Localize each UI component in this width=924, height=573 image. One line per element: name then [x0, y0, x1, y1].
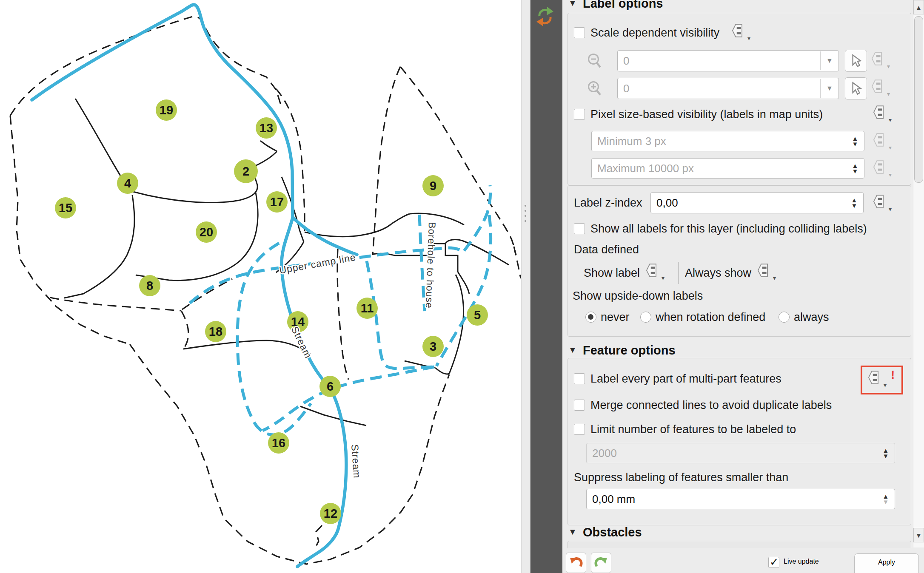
radio-always[interactable] [779, 312, 790, 323]
labeling-settings-panel: ▼ Label options Scale dependent visibili… [562, 0, 924, 573]
z-index-spinbox[interactable]: ▲ ▼ [650, 192, 864, 213]
limit-features-count-field[interactable] [587, 443, 895, 463]
scale-dependent-visibility-checkbox[interactable] [574, 27, 585, 38]
caret-down-icon: ▾ [887, 91, 890, 97]
scrollbar-thumb[interactable] [914, 16, 923, 183]
parcel-number: 15 [59, 201, 72, 215]
limit-features-label: Limit number of features to be labeled t… [590, 423, 796, 436]
check-icon: ✓ [770, 556, 779, 569]
data-defined-override-button[interactable]: ▾ [873, 160, 892, 176]
splitter-grip-dot [525, 205, 526, 207]
scrollbar-down-button[interactable]: ▼ [913, 528, 924, 542]
splitter-grip-dot [525, 220, 526, 222]
upside-down-labels-title: Show upside-down labels [573, 289, 703, 303]
set-to-canvas-scale-button[interactable] [845, 50, 867, 72]
zoom-in-icon [586, 80, 602, 97]
camp-dashed-lines [190, 185, 491, 435]
scale-dependent-visibility-label: Scale dependent visibility [590, 26, 719, 40]
section-header-obstacles: Obstacles [583, 525, 642, 539]
suppress-size-spinbox[interactable]: ▲ ▼ [586, 489, 895, 509]
data-defined-override-button[interactable]: ▾ [757, 264, 776, 280]
show-all-labels-checkbox[interactable] [574, 223, 585, 234]
warning-exclamation-icon: ! [891, 368, 895, 382]
data-defined-override-button[interactable]: ▾ [646, 264, 664, 280]
data-defined-override-button[interactable]: ▾ [873, 195, 892, 211]
parcel-number: 11 [361, 301, 374, 315]
spin-down-icon: ▼ [883, 453, 889, 459]
radio-when-rotation-defined[interactable] [640, 312, 651, 323]
set-to-canvas-scale-button[interactable] [845, 77, 867, 99]
collapse-icon-feature-options[interactable]: ▼ [568, 345, 577, 355]
apply-button-label: Apply [855, 559, 918, 566]
line-label: Upper camp line [278, 252, 356, 276]
combo-dropdown-zone[interactable]: ▼ [820, 51, 838, 70]
spinner-buttons[interactable]: ▲ ▼ [848, 159, 862, 178]
qgis-labeling-window: 191324171520981114185361612 Upper camp l… [0, 0, 924, 573]
maximum-pixel-size-input[interactable]: ▲ ▼ [591, 158, 864, 179]
z-index-field[interactable] [651, 193, 863, 213]
redo-button[interactable] [591, 553, 611, 573]
combo-down-icon: ▼ [826, 85, 833, 92]
spin-down-icon: ▼ [852, 168, 858, 174]
map-canvas[interactable]: 191324171520981114185361612 Upper camp l… [0, 0, 521, 573]
radio-always-label: always [794, 311, 829, 324]
pixel-size-visibility-checkbox[interactable] [574, 109, 585, 120]
scrollbar-up-button[interactable]: ▲ [913, 0, 924, 14]
data-defined-override-button[interactable]: ▾ [868, 371, 887, 387]
data-defined-override-button[interactable]: ▾ [871, 52, 890, 68]
data-defined-override-button[interactable]: ▾ [873, 133, 892, 149]
panel-splitter[interactable] [521, 0, 530, 573]
line-name-labels: Upper camp lineBorehole to houseStreamSt… [278, 222, 438, 479]
parcel-number: 2 [242, 165, 249, 178]
radio-never[interactable] [585, 312, 596, 323]
parcel-number: 19 [160, 103, 173, 117]
data-defined-override-button[interactable]: ▾ [732, 24, 750, 40]
auto-apply-icon[interactable] [534, 5, 556, 28]
suppress-size-field[interactable] [587, 489, 895, 509]
caret-down-icon: ▾ [889, 144, 892, 151]
combo-dropdown-zone[interactable]: ▼ [820, 79, 838, 98]
caret-down-icon: ▾ [884, 382, 887, 389]
minimum-pixel-size-input[interactable]: ▲ ▼ [591, 131, 864, 151]
caret-down-icon: ▾ [662, 275, 664, 281]
stream-solid-lines [32, 5, 357, 567]
collapse-icon-obstacles[interactable]: ▼ [568, 527, 577, 537]
spinner-buttons[interactable]: ▲ ▼ [878, 443, 893, 463]
collapse-icon-label-options[interactable]: ▼ [568, 0, 577, 8]
data-defined-override-button[interactable]: ▾ [873, 105, 892, 122]
label-every-part-label: Label every part of multi-part features [590, 372, 781, 386]
minimum-scale-input[interactable] [618, 51, 838, 71]
splitter-grip-dot [525, 215, 526, 217]
caret-down-icon: ▾ [773, 275, 776, 281]
maximum-pixel-size-field[interactable] [592, 159, 864, 178]
dock-toolbar [530, 0, 562, 573]
label-every-part-checkbox[interactable] [574, 373, 585, 384]
limit-features-count-input[interactable]: ▲ ▼ [586, 443, 895, 463]
spinner-buttons[interactable]: ▲ ▼ [847, 193, 861, 213]
minimum-scale-combobox[interactable]: ▼ [617, 50, 839, 71]
parcel-number: 12 [324, 507, 337, 520]
scroll-up-icon: ▲ [915, 4, 922, 11]
apply-button[interactable]: Apply [854, 553, 919, 573]
map-drawing: 191324171520981114185361612 Upper camp l… [0, 0, 521, 573]
show-all-labels-label: Show all labels for this layer (includin… [590, 222, 867, 235]
merge-connected-lines-checkbox[interactable] [574, 400, 585, 411]
show-label-label: Show label [584, 267, 640, 280]
caret-down-icon: ▾ [889, 116, 892, 123]
maximum-scale-combobox[interactable]: ▼ [617, 78, 839, 99]
data-defined-override-button[interactable]: ▾ [871, 79, 890, 96]
spinner-buttons[interactable]: ▲ ▼ [848, 131, 862, 151]
live-update-label: Live update [784, 558, 819, 565]
limit-features-checkbox[interactable] [574, 424, 585, 435]
section-header-label-options: Label options [583, 0, 663, 11]
minimum-pixel-size-field[interactable] [592, 131, 864, 151]
live-update-checkbox[interactable]: ✓ [768, 557, 779, 568]
spinner-buttons[interactable]: ▲ ▼ [878, 489, 893, 509]
maximum-scale-input[interactable] [618, 78, 838, 99]
line-label: Stream [289, 325, 314, 360]
line-label: Stream [349, 444, 363, 479]
parcel-number: 4 [124, 176, 131, 190]
parcel-number: 20 [200, 225, 213, 239]
undo-button[interactable] [566, 553, 586, 573]
zoom-out-icon [586, 53, 602, 70]
